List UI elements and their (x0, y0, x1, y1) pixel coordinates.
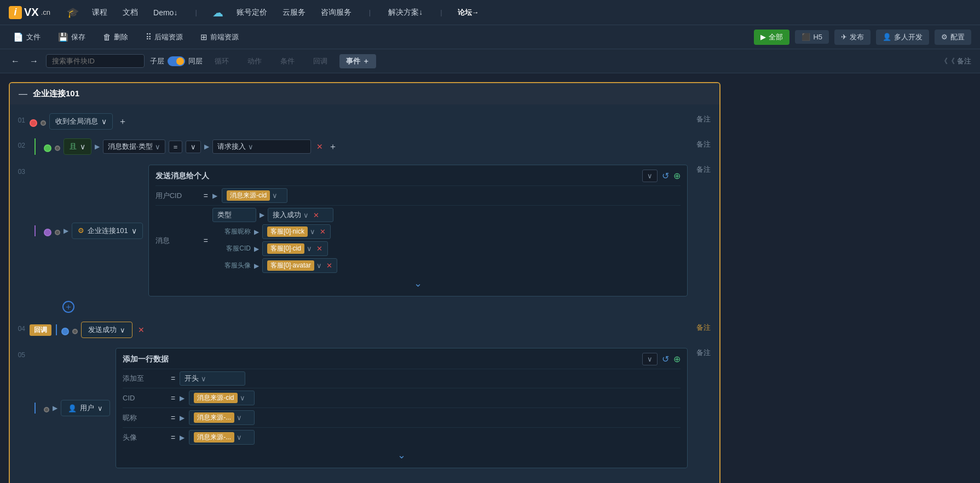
refresh-icon-05[interactable]: ↺ (662, 354, 669, 364)
avatar-value-03[interactable]: 客服[0]·avatar ∨ ✕ (262, 258, 337, 273)
cid-value-05[interactable]: 消息来源-cid ∨ (189, 391, 255, 405)
eq-select-02[interactable]: = (169, 141, 183, 153)
user-block-05[interactable]: 👤 用户 ∨ (61, 400, 110, 416)
nav-consult[interactable]: 咨询服务 (319, 8, 354, 18)
expand-down-05[interactable]: ⌄ (397, 449, 406, 461)
expand-down-03[interactable]: ⌄ (414, 277, 422, 289)
msg-eq-03: = (204, 236, 208, 245)
note-04[interactable]: 备注 (688, 318, 719, 337)
action-mode-05[interactable]: ∨ (642, 353, 658, 365)
save-btn[interactable]: 💾 保存 (54, 30, 90, 44)
component-block-03[interactable]: ⚙ 企业连接101 ∨ (72, 223, 143, 239)
back-arrow[interactable]: ← (9, 54, 22, 68)
collab-label: 多人开发 (894, 32, 923, 42)
nick-value-05[interactable]: 消息来源-... ∨ (189, 410, 255, 425)
cid-tag-05: 消息来源-cid (194, 393, 237, 403)
event-bar: ← → 子层 同层 循环 动作 条件 回调 事件 ＋ 《《 备注 (0, 49, 980, 73)
callback-tab[interactable]: 回调 (307, 54, 334, 68)
confirm-icon-03[interactable]: ⊕ (673, 171, 681, 181)
flow-rows: 01 收到全局消息 ∨ ＋ 备注 02 (10, 104, 719, 478)
h5-btn[interactable]: ⬛ H5 (795, 30, 829, 44)
eq-type-select-02[interactable]: ∨ (186, 141, 201, 153)
vert-05 (34, 403, 36, 414)
delete-btn[interactable]: 🗑 删除 (99, 30, 132, 44)
nav-pricing[interactable]: 账号定价 (234, 8, 269, 18)
flow-row-01: 01 收到全局消息 ∨ ＋ 备注 (10, 110, 719, 134)
row-num-01: 01 (10, 110, 30, 124)
backend-btn[interactable]: ⠿ 后端资源 (141, 30, 187, 44)
nav-forum[interactable]: 论坛→ (458, 8, 479, 18)
x-04[interactable]: ✕ (138, 325, 145, 334)
run-btn[interactable]: ▶ 全部 (754, 30, 789, 45)
note-01[interactable]: 备注 (688, 110, 719, 129)
down-chevron-03: ⌄ (155, 275, 681, 292)
config-btn[interactable]: ⚙ 配置 (935, 30, 971, 45)
layer-toggle-switch[interactable] (168, 56, 185, 66)
backup-btn[interactable]: 《《 备注 (941, 56, 971, 66)
h5-dot-icon: ⬛ (802, 33, 810, 41)
avatar-close-03[interactable]: ✕ (326, 261, 332, 270)
value-chev-02: ∨ (248, 143, 253, 151)
nick-value-03[interactable]: 客服[0]·nick ∨ ✕ (262, 224, 331, 239)
data-row-msg-03: 消息 = 类型 ▶ 接入成功 (155, 205, 681, 275)
value-select-02[interactable]: 请求接入 ∨ (212, 139, 311, 154)
and-block-02[interactable]: 且 ∨ (64, 138, 91, 155)
condition-tab[interactable]: 条件 (274, 54, 301, 68)
nav-docs[interactable]: 文档 (120, 8, 140, 18)
loop-tab[interactable]: 循环 (208, 54, 235, 68)
forward-arrow[interactable]: → (27, 54, 41, 68)
addto-value-05[interactable]: 开头 ∨ (180, 371, 245, 386)
action-mode-03[interactable]: ∨ (642, 170, 658, 182)
cid-close-03[interactable]: ✕ (316, 245, 322, 253)
top-nav: i VX .cn 🎓 课程 文档 Demo↓ | ☁ 账号定价 云服务 咨询服务… (0, 0, 980, 25)
nav-solution[interactable]: 解决方案↓ (386, 8, 425, 18)
note-03[interactable]: 备注 (688, 160, 719, 179)
msg-success-03[interactable]: 接入成功 ∨ ✕ (268, 208, 333, 222)
collab-btn[interactable]: 👤 多人开发 (876, 30, 929, 45)
confirm-icon-05[interactable]: ⊕ (673, 354, 681, 364)
usercid-label-03: 用户CID (155, 191, 199, 201)
x-btn-02[interactable]: ✕ (316, 142, 323, 151)
avatar-value-05[interactable]: 消息来源-... ∨ (189, 430, 255, 445)
add-sub-btn-03[interactable]: ＋ (62, 299, 74, 315)
msg-arr-03: ▶ (260, 211, 264, 219)
note-02[interactable]: 备注 (688, 135, 719, 154)
refresh-icon-03[interactable]: ↺ (662, 171, 669, 181)
frontend-btn[interactable]: ⊞ 前端资源 (196, 30, 243, 44)
trigger-dropdown-01: ∨ (101, 117, 107, 126)
arr-05: ▶ (53, 404, 57, 412)
frontend-label: 前端资源 (210, 32, 239, 42)
nav-course[interactable]: 课程 (90, 8, 109, 18)
nick-close-03[interactable]: ✕ (320, 228, 326, 236)
field-select-02[interactable]: 消息数据·类型 ∨ (103, 139, 165, 154)
trigger-label-01: 收到全局消息 (55, 117, 98, 126)
trigger-block-01[interactable]: 收到全局消息 ∨ (49, 113, 113, 130)
add-sub-row-03: ＋ (30, 299, 74, 315)
send-success-04[interactable]: 发送成功 ∨ (81, 322, 132, 338)
event-search[interactable] (46, 54, 145, 68)
row-num-03: 03 (10, 160, 30, 176)
dot-purple-03 (44, 229, 51, 236)
user-label-05: 用户 (80, 403, 94, 413)
publish-btn[interactable]: ✈ 发布 (834, 30, 871, 45)
vert-line-03 (34, 225, 36, 236)
nav-demo[interactable]: Demo↓ (151, 8, 180, 17)
msg-type-03[interactable]: 类型 (212, 208, 256, 222)
action-tab[interactable]: 动作 (241, 54, 268, 68)
panel-collapse-btn[interactable]: — (19, 89, 27, 99)
note-05[interactable]: 备注 (688, 344, 719, 362)
cid-label-03: 客服CID (218, 244, 251, 253)
add-btn-02[interactable]: ＋ (328, 141, 337, 153)
event-add-btn[interactable]: 事件 ＋ (339, 54, 376, 68)
cid-value-03[interactable]: 客服[0]·cid ∨ ✕ (262, 241, 328, 256)
file-btn[interactable]: 📄 文件 (9, 30, 45, 44)
usercid-value-03[interactable]: 消息来源-cid ∨ (222, 188, 287, 203)
cid-label-05: CID (123, 394, 166, 402)
add-btn-01[interactable]: ＋ (118, 116, 127, 127)
msg-close-03[interactable]: ✕ (313, 211, 319, 219)
user-dropdown-05: ∨ (97, 404, 103, 412)
avatar-arr-05: ▶ (180, 434, 185, 441)
logo[interactable]: i VX .cn (9, 6, 50, 19)
nav-cloud[interactable]: 云服务 (280, 8, 308, 18)
add-circle-03[interactable]: ＋ (62, 301, 74, 313)
